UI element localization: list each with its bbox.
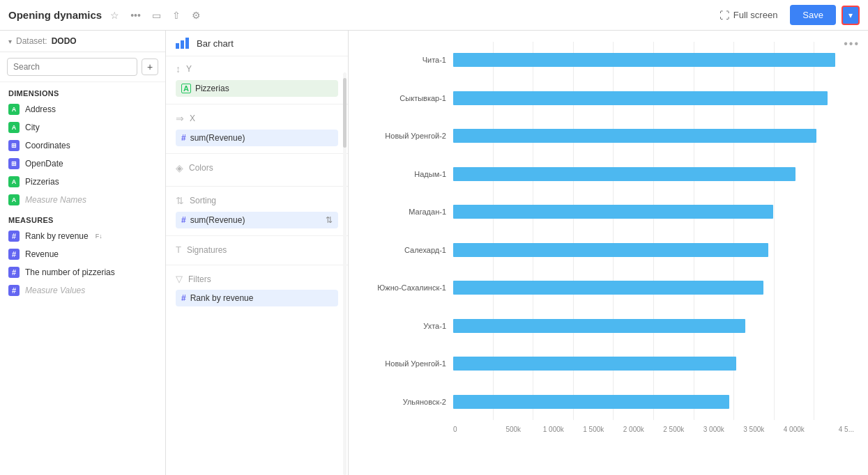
signatures-icon: T	[176, 244, 181, 255]
filter-field-pill[interactable]: # Rank by revenue	[176, 290, 338, 306]
view-icon[interactable]: ▭	[149, 7, 164, 24]
bar[interactable]	[453, 357, 736, 371]
bar-container	[453, 80, 854, 117]
settings-icon[interactable]: ⚙	[189, 7, 204, 24]
bar-row: Новый Уренгой-2	[363, 118, 854, 155]
dim-opendate-label: OpenDate	[25, 159, 63, 169]
bar[interactable]	[453, 319, 745, 333]
filters-section: ▽ Filters # Rank by revenue	[166, 267, 348, 312]
sorting-field-label: sum(Revenue)	[190, 215, 321, 225]
scrollbar-thumb[interactable]	[343, 78, 347, 148]
x-axis-label-6: 3 000k	[694, 426, 734, 433]
bar[interactable]	[453, 243, 768, 257]
x-axis-label-2: 1 000k	[533, 426, 574, 433]
dim-coordinates[interactable]: ⊞ Coordinates	[0, 137, 165, 155]
dim-opendate-icon: ⊞	[8, 158, 20, 169]
chart-area: ••• Чита-1Сыктывкар-1Новый Уренгой-2	[349, 31, 868, 475]
x-axis-label-3: 1 500k	[574, 426, 614, 433]
dim-pizzerias[interactable]: A Pizzerias	[0, 173, 165, 191]
y-label: Y	[186, 64, 192, 74]
bar-row: Надым-1	[363, 156, 854, 193]
measure-revenue-label: Revenue	[25, 249, 59, 259]
x-arrow-icon: ⇒	[176, 113, 184, 124]
filters-header: ▽ Filters	[176, 274, 338, 284]
star-icon[interactable]: ☆	[107, 7, 122, 24]
dim-address[interactable]: A Address	[0, 100, 165, 118]
middle-panel: Bar chart ↕ Y A Pizzerias ⇒ X # sum(Reve…	[166, 31, 349, 475]
y-field-pill[interactable]: A Pizzerias	[176, 80, 338, 97]
page-title: Opening dynamics	[8, 9, 102, 21]
dim-measure-names-label: Measure Names	[25, 195, 86, 205]
bar-container	[453, 156, 854, 193]
save-button[interactable]: Save	[790, 5, 836, 25]
bar-container	[453, 308, 854, 345]
colors-label: Colors	[189, 163, 213, 173]
y-section: ↕ Y A Pizzerias	[166, 56, 348, 102]
bar-label: Чита-1	[363, 56, 453, 64]
left-panel: ▾ Dataset: DODO + Dimensions A Address A…	[0, 31, 166, 475]
filter-field-label: Rank by revenue	[190, 293, 333, 303]
bar-label: Новый Уренгой-1	[363, 359, 453, 368]
measure-measure-values[interactable]: # Measure Values	[0, 281, 165, 299]
bar[interactable]	[453, 129, 816, 143]
bar-row: Чита-1	[363, 42, 854, 79]
topbar: Opening dynamics ☆ ••• ▭ ⇧ ⚙ ⛶ Full scre…	[0, 0, 868, 31]
x-field-pill[interactable]: # sum(Revenue)	[176, 130, 338, 146]
dim-pizzerias-icon: A	[8, 176, 20, 187]
main-layout: ▾ Dataset: DODO + Dimensions A Address A…	[0, 31, 868, 475]
bar-row: Южно-Сахалинск-1	[363, 270, 854, 306]
x-axis-label-1: 500k	[494, 426, 534, 433]
bar[interactable]	[453, 395, 729, 409]
fullscreen-button[interactable]: ⛶ Full screen	[713, 6, 785, 25]
dim-opendate[interactable]: ⊞ OpenDate	[0, 155, 165, 173]
scrollbar-track	[343, 72, 347, 475]
filters-icon: ▽	[176, 274, 183, 284]
bar[interactable]	[453, 281, 763, 295]
more-icon[interactable]: •••	[128, 7, 144, 24]
x-axis-label-0: 0	[453, 426, 494, 433]
filters-label: Filters	[188, 274, 211, 284]
colors-icon: ◈	[176, 162, 183, 173]
search-input[interactable]	[7, 58, 137, 76]
measure-revenue[interactable]: # Revenue	[0, 245, 165, 263]
colors-header: ◈ Colors	[176, 162, 338, 173]
x-field-icon: #	[181, 133, 186, 143]
dim-city-icon: A	[8, 122, 20, 133]
measure-pizzerias-count[interactable]: # The number of pizzerias	[0, 263, 165, 281]
bar-container	[453, 118, 854, 155]
dim-measure-names-icon: A	[8, 194, 20, 205]
bar-container	[453, 194, 854, 231]
bar[interactable]	[453, 53, 835, 67]
colors-section: ◈ Colors	[166, 155, 348, 185]
y-field-icon: A	[181, 84, 191, 93]
bar-row: Ульяновск-2	[363, 384, 854, 421]
y-field-label: Pizzerias	[195, 84, 333, 93]
bar-row: Салехард-1	[363, 232, 854, 269]
dim-measure-names[interactable]: A Measure Names	[0, 191, 165, 209]
search-row: +	[0, 52, 165, 82]
bar[interactable]	[453, 167, 795, 181]
bar[interactable]	[453, 205, 773, 219]
chart-type-row: Bar chart	[166, 31, 348, 56]
x-axis: 0 500k 1 000k 1 500k 2 000k 2 500k 3 000…	[363, 426, 854, 433]
dropdown-button[interactable]: ▾	[842, 6, 860, 25]
x-axis-label-5: 2 500k	[654, 426, 694, 433]
bar-row: Сыктывкар-1	[363, 80, 854, 117]
sort-direction-icon[interactable]: ⇅	[326, 215, 333, 225]
dim-city[interactable]: A City	[0, 118, 165, 137]
collapse-icon[interactable]: ▾	[8, 38, 12, 45]
measure-values-label: Measure Values	[25, 286, 85, 295]
bar-row: Новый Уренгой-1	[363, 345, 854, 382]
bar-row: Ухта-1	[363, 308, 854, 345]
share-icon[interactable]: ⇧	[169, 7, 183, 24]
bar-label: Южно-Сахалинск-1	[363, 283, 453, 292]
measure-rank[interactable]: # Rank by revenue F↓	[0, 227, 165, 245]
bar[interactable]	[453, 91, 828, 105]
x-header: ⇒ X	[176, 113, 338, 124]
sorting-field-pill[interactable]: # sum(Revenue) ⇅	[176, 212, 338, 228]
bar-label: Сыктывкар-1	[363, 94, 453, 102]
y-header: ↕ Y	[176, 63, 338, 75]
add-dimension-button[interactable]: +	[142, 59, 158, 75]
bar-row: Магадан-1	[363, 194, 854, 231]
rank-badge: F↓	[96, 233, 102, 240]
